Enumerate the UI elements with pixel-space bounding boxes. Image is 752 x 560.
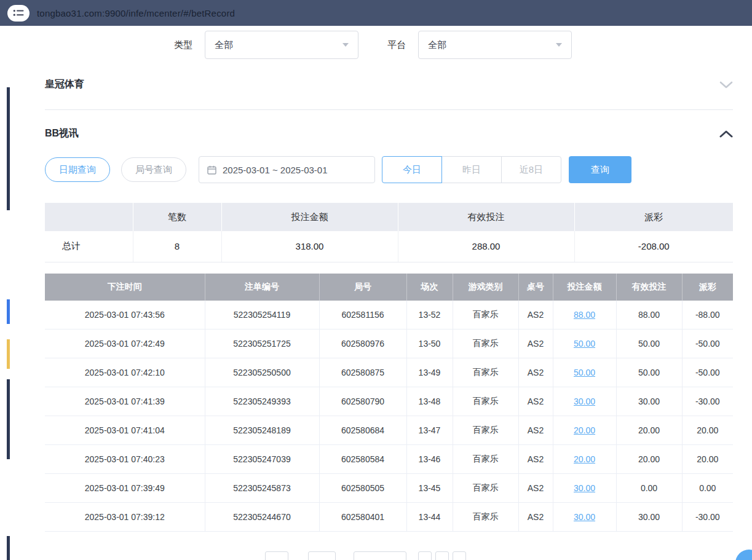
round-number: 602580875 bbox=[319, 358, 406, 387]
valid-bet: 30.00 bbox=[616, 387, 682, 416]
platform-filter-label: 平台 bbox=[387, 39, 406, 51]
payout: -88.00 bbox=[682, 301, 733, 329]
round-number: 602580401 bbox=[319, 503, 406, 532]
yesterday-button[interactable]: 昨日 bbox=[441, 156, 502, 183]
header-valid-bet: 有效投注 bbox=[616, 274, 682, 301]
total-valid-bet: 288.00 bbox=[398, 231, 574, 262]
table-number: AS2 bbox=[518, 474, 553, 503]
table-number: AS2 bbox=[518, 445, 553, 474]
bet-amount-link[interactable]: 30.00 bbox=[574, 512, 595, 522]
game-type: 百家乐 bbox=[453, 301, 518, 329]
chevron-down-icon bbox=[556, 43, 562, 47]
table-row: 2025-03-01 07:42:10 522305250500 6025808… bbox=[45, 358, 733, 387]
session: 13-49 bbox=[406, 358, 453, 387]
bet-record-table: 下注时间 注单编号 局号 场次 游戏类别 桌号 投注金额 有效投注 派彩 202… bbox=[45, 274, 733, 532]
bet-amount-link[interactable]: 50.00 bbox=[574, 339, 595, 349]
order-number: 522305248189 bbox=[205, 416, 319, 445]
browser-address-bar: tongbao31.com:9900/infe/mcenter/#/betRec… bbox=[0, 0, 752, 26]
order-number: 522305250500 bbox=[205, 358, 319, 387]
floating-action-button[interactable] bbox=[735, 550, 752, 560]
table-number: AS2 bbox=[518, 358, 553, 387]
pagination-button[interactable] bbox=[435, 551, 449, 560]
valid-bet: 0.00 bbox=[616, 474, 682, 503]
date-query-tab[interactable]: 日期查询 bbox=[45, 157, 110, 182]
session: 13-45 bbox=[406, 474, 453, 503]
bet-time: 2025-03-01 07:40:23 bbox=[45, 445, 205, 474]
valid-bet: 20.00 bbox=[616, 445, 682, 474]
pagination bbox=[265, 551, 466, 560]
date-range-value: 2025-03-01 ~ 2025-03-01 bbox=[223, 165, 328, 175]
search-button[interactable]: 查询 bbox=[569, 156, 631, 183]
round-query-tab[interactable]: 局号查询 bbox=[121, 157, 186, 182]
pagination-prev-button[interactable] bbox=[265, 551, 288, 560]
section-bb-live[interactable]: BB视讯 bbox=[45, 110, 733, 156]
total-bet-amount: 318.00 bbox=[221, 231, 398, 262]
payout: -30.00 bbox=[682, 503, 733, 532]
table-row: 2025-03-01 07:39:49 522305245873 6025805… bbox=[45, 474, 733, 503]
platform-filter-value: 全部 bbox=[428, 39, 446, 51]
round-number: 602580584 bbox=[319, 445, 406, 474]
session: 13-44 bbox=[406, 503, 453, 532]
bet-amount-link[interactable]: 30.00 bbox=[574, 396, 595, 406]
total-count: 8 bbox=[133, 231, 221, 262]
payout: 0.00 bbox=[682, 474, 733, 503]
summary-header-bet-amount: 投注金额 bbox=[221, 203, 398, 231]
bet-amount-link[interactable]: 20.00 bbox=[574, 425, 595, 435]
header-round-number: 局号 bbox=[319, 274, 406, 301]
bet-amount-link[interactable]: 50.00 bbox=[574, 368, 595, 377]
bet-amount-link[interactable]: 20.00 bbox=[574, 454, 595, 464]
last-8-days-button[interactable]: 近8日 bbox=[501, 156, 561, 183]
valid-bet: 88.00 bbox=[616, 301, 682, 329]
header-table-number: 桌号 bbox=[518, 274, 553, 301]
payout: -50.00 bbox=[682, 358, 733, 387]
bet-amount-link[interactable]: 88.00 bbox=[574, 310, 595, 320]
game-type: 百家乐 bbox=[453, 358, 518, 387]
payout: -50.00 bbox=[682, 329, 733, 358]
header-bet-amount: 投注金额 bbox=[553, 274, 616, 301]
round-number: 602580790 bbox=[319, 387, 406, 416]
platform-filter-select[interactable]: 全部 bbox=[418, 31, 572, 59]
pagination-button[interactable] bbox=[418, 551, 432, 560]
type-filter-select[interactable]: 全部 bbox=[205, 31, 358, 59]
pagination-button[interactable] bbox=[453, 551, 466, 560]
order-number: 522305245873 bbox=[205, 474, 319, 503]
valid-bet: 30.00 bbox=[616, 503, 682, 532]
bet-amount-link[interactable]: 30.00 bbox=[574, 483, 595, 493]
edge-fragment bbox=[7, 379, 10, 459]
pagination-page-button[interactable] bbox=[308, 551, 336, 560]
detail-header-row: 下注时间 注单编号 局号 场次 游戏类别 桌号 投注金额 有效投注 派彩 bbox=[45, 274, 733, 301]
today-button[interactable]: 今日 bbox=[382, 156, 442, 183]
summary-header-payout: 派彩 bbox=[574, 203, 733, 231]
query-bar: 日期查询 局号查询 2025-03-01 ~ 2025-03-01 今日 昨日 … bbox=[45, 156, 733, 183]
page-size-select[interactable] bbox=[354, 551, 406, 560]
chevron-up-icon bbox=[719, 130, 733, 138]
table-row: 2025-03-01 07:42:49 522305251725 6025809… bbox=[45, 329, 733, 358]
table-number: AS2 bbox=[518, 301, 553, 329]
payout: 20.00 bbox=[682, 445, 733, 474]
quick-date-group: 今日 昨日 近8日 bbox=[382, 156, 561, 183]
game-type: 百家乐 bbox=[453, 503, 518, 532]
table-row: 2025-03-01 07:41:04 522305248189 6025806… bbox=[45, 416, 733, 445]
game-type: 百家乐 bbox=[453, 387, 518, 416]
session: 13-47 bbox=[406, 416, 453, 445]
round-number: 602580976 bbox=[319, 329, 406, 358]
tab-list-button[interactable] bbox=[7, 5, 30, 22]
type-filter-label: 类型 bbox=[174, 39, 192, 51]
type-filter-value: 全部 bbox=[215, 39, 233, 51]
edge-fragment bbox=[7, 299, 10, 324]
order-number: 522305251725 bbox=[205, 329, 319, 358]
total-payout: -208.00 bbox=[574, 231, 733, 262]
url-text[interactable]: tongbao31.com:9900/infe/mcenter/#/betRec… bbox=[37, 8, 235, 18]
section-crown-sports[interactable]: 皇冠体育 bbox=[45, 59, 733, 110]
edge-fragment bbox=[7, 87, 10, 210]
payout: 20.00 bbox=[682, 416, 733, 445]
date-range-picker[interactable]: 2025-03-01 ~ 2025-03-01 bbox=[199, 156, 375, 183]
section-title: BB视讯 bbox=[45, 127, 79, 140]
table-row: 2025-03-01 07:41:39 522305249393 6025807… bbox=[45, 387, 733, 416]
chevron-down-icon bbox=[719, 81, 733, 89]
filter-row: 类型 全部 平台 全部 bbox=[174, 31, 733, 59]
session: 13-52 bbox=[406, 301, 453, 329]
bet-time: 2025-03-01 07:41:39 bbox=[45, 387, 205, 416]
round-number: 602581156 bbox=[319, 301, 406, 329]
session: 13-50 bbox=[406, 329, 453, 358]
